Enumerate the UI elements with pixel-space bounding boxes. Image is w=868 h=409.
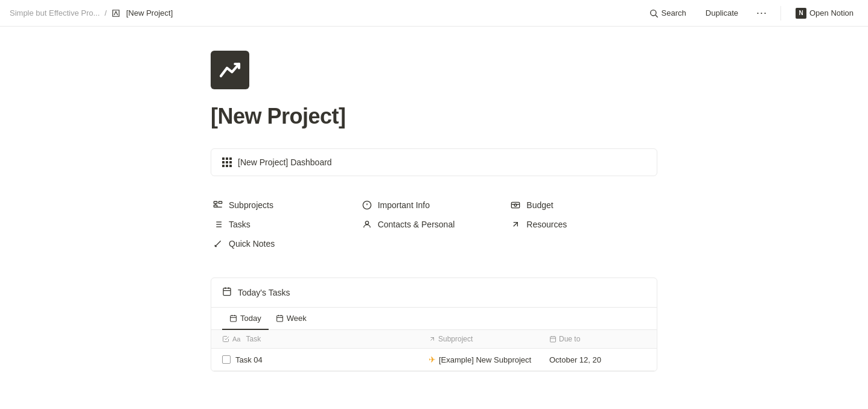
main-content: [New Project] [New Project] Dashboard Su… [174, 27, 694, 408]
table-header: Aa Task Subproject [211, 330, 657, 349]
svg-rect-37 [550, 337, 556, 342]
nav-item-budget[interactable]: Budget [508, 195, 657, 215]
col-task: Aa Task [222, 335, 429, 343]
svg-rect-10 [512, 202, 520, 208]
topbar-actions: Search Duplicate ··· N Open Notion [644, 4, 858, 22]
svg-rect-2 [214, 201, 217, 203]
svg-point-19 [365, 221, 368, 224]
svg-rect-32 [276, 315, 282, 322]
topbar: Simple but Effective Pro... / [New Proje… [0, 0, 868, 27]
quick-notes-icon [213, 239, 224, 249]
open-notion-button[interactable]: N Open Notion [791, 5, 858, 21]
search-icon [649, 8, 659, 18]
open-notion-label: Open Notion [809, 8, 854, 17]
svg-line-1 [656, 15, 658, 17]
breadcrumb-parent[interactable]: Simple but Effective Pro... [10, 8, 100, 17]
page-icon [211, 51, 249, 89]
tasks-icon [213, 220, 224, 229]
duplicate-button[interactable]: Duplicate [701, 6, 743, 20]
td-subproject: ✈ [Example] New Subproject [429, 355, 549, 364]
search-label: Search [662, 8, 686, 17]
table-row[interactable]: Task 04 ✈ [Example] New Subproject Octob… [211, 349, 657, 371]
tab-week[interactable]: Week [269, 308, 314, 330]
dueto-col-icon [549, 335, 557, 343]
nav-contacts-label: Contacts & Personal [378, 220, 455, 229]
notion-logo-icon: N [796, 8, 806, 19]
svg-point-0 [650, 10, 656, 15]
task-name: Task 04 [235, 355, 263, 364]
grid-icon [222, 157, 232, 167]
tasks-section-title: Today's Tasks [238, 288, 290, 297]
nav-grid: Subprojects Important Info [211, 195, 657, 253]
nav-item-contacts[interactable]: Contacts & Personal [360, 215, 509, 234]
tab-week-label: Week [287, 314, 307, 323]
nav-important-info-label: Important Info [378, 200, 430, 210]
svg-rect-4 [219, 201, 222, 203]
divider [780, 6, 781, 21]
svg-line-36 [431, 338, 434, 341]
dots-icon: ··· [756, 7, 767, 19]
subproject-name: [Example] New Subproject [439, 355, 531, 364]
tab-today[interactable]: Today [222, 308, 269, 330]
page-title: [New Project] [211, 104, 657, 129]
subproject-plane-icon: ✈ [429, 355, 436, 364]
budget-icon [511, 200, 522, 210]
breadcrumb-icon [112, 9, 120, 17]
subproject-col-icon [429, 335, 436, 343]
resources-icon [511, 220, 522, 229]
nav-item-quick-notes[interactable]: Quick Notes [211, 234, 360, 253]
nav-item-tasks[interactable]: Tasks [211, 215, 360, 234]
col-task-label: Task [246, 335, 261, 343]
today-tab-icon [229, 314, 237, 322]
svg-rect-24 [223, 288, 231, 296]
calendar-icon [222, 287, 232, 299]
col-dueto: Due to [549, 335, 646, 343]
svg-rect-28 [231, 315, 237, 322]
svg-line-21 [215, 241, 220, 246]
more-options-button[interactable]: ··· [753, 4, 771, 22]
nav-subprojects-label: Subprojects [229, 200, 273, 210]
svg-line-20 [514, 223, 518, 227]
chart-icon [218, 58, 242, 82]
dashboard-card[interactable]: [New Project] Dashboard [211, 148, 657, 176]
nav-quick-notes-label: Quick Notes [229, 239, 275, 249]
breadcrumb-separator: / [104, 8, 107, 17]
task-checkbox[interactable] [222, 355, 231, 364]
nav-item-subprojects[interactable]: Subprojects [211, 195, 360, 215]
breadcrumb: Simple but Effective Pro... / [New Proje… [10, 8, 173, 17]
td-task: Task 04 [222, 355, 429, 364]
tasks-header: Today's Tasks [211, 278, 657, 308]
tabs-row: Today Week [211, 308, 657, 330]
important-info-icon [362, 200, 373, 210]
search-button[interactable]: Search [644, 6, 691, 21]
col-dueto-label: Due to [559, 335, 580, 343]
td-dueto: October 12, 20 [549, 355, 646, 364]
nav-resources-label: Resources [526, 220, 567, 229]
duplicate-label: Duplicate [706, 8, 738, 17]
nav-item-resources[interactable]: Resources [508, 215, 657, 234]
task-col-icon [222, 335, 229, 343]
week-tab-icon [276, 314, 284, 322]
tasks-table: Aa Task Subproject [211, 330, 657, 371]
due-date: October 12, 20 [549, 355, 601, 364]
nav-item-important-info[interactable]: Important Info [360, 195, 509, 215]
dashboard-card-label: [New Project] Dashboard [238, 157, 332, 167]
contacts-icon [362, 220, 373, 229]
nav-budget-label: Budget [526, 200, 553, 210]
col-subproject: Subproject [429, 335, 549, 343]
tasks-section: Today's Tasks Today Wee [211, 277, 657, 372]
tab-today-label: Today [240, 314, 261, 323]
nav-tasks-label: Tasks [229, 220, 251, 229]
subprojects-icon [213, 200, 224, 210]
col-subproject-label: Subproject [438, 335, 473, 343]
breadcrumb-current[interactable]: [New Project] [126, 8, 173, 17]
